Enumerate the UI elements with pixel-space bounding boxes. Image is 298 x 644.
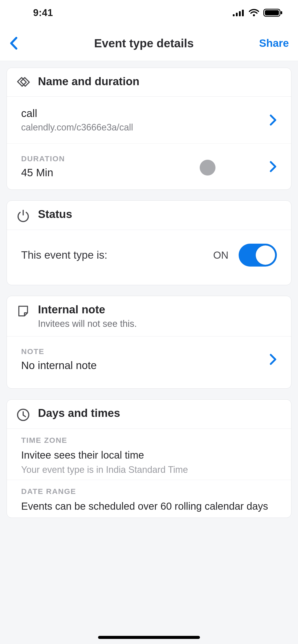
back-button[interactable] — [9, 36, 40, 50]
chevron-right-icon — [262, 114, 277, 126]
row-note[interactable]: NOTE No internal note — [7, 336, 291, 388]
svg-point-4 — [253, 14, 255, 16]
status-indicators — [233, 8, 283, 17]
note-value: No internal note — [21, 359, 262, 372]
row-duration[interactable]: DURATION 45 Min — [7, 143, 291, 189]
daterange-label: DATE RANGE — [21, 487, 277, 496]
daterange-value: Events can be scheduled over 60 rolling … — [21, 499, 277, 513]
timezone-value: Invitee sees their local time — [21, 448, 277, 462]
clock-icon — [16, 407, 30, 421]
duration-value: 45 Min — [21, 167, 262, 179]
svg-rect-1 — [236, 13, 238, 16]
row-timezone[interactable]: TIME ZONE Invitee sees their local time … — [7, 429, 291, 480]
svg-rect-2 — [239, 11, 241, 16]
navigation-bar: Event type details Share — [0, 25, 298, 61]
event-url: calendly.com/c3666e3a/call — [21, 122, 262, 133]
row-event-name[interactable]: call calendly.com/c3666e3a/call — [7, 97, 291, 143]
touch-indicator-dot — [200, 160, 215, 175]
svg-rect-7 — [281, 11, 282, 14]
card-title: Status — [38, 208, 72, 221]
page-title: Event type details — [40, 36, 248, 50]
row-status: This event type is: ON — [7, 230, 291, 285]
card-name-duration: Name and duration call calendly.com/c366… — [7, 68, 291, 190]
tag-icon — [16, 75, 30, 89]
battery-icon — [263, 8, 283, 17]
note-icon — [16, 303, 30, 317]
card-subtitle: Invitees will not see this. — [38, 318, 137, 329]
wifi-icon — [249, 9, 259, 17]
card-title: Name and duration — [38, 75, 140, 88]
duration-label: DURATION — [21, 154, 262, 163]
card-title: Internal note — [38, 303, 137, 316]
chevron-right-icon — [262, 353, 277, 365]
cellular-signal-icon — [233, 9, 245, 16]
chevron-right-icon — [262, 160, 277, 173]
status-bar: 9:41 — [0, 0, 298, 25]
row-daterange[interactable]: DATE RANGE Events can be scheduled over … — [7, 480, 291, 518]
status-label: This event type is: — [21, 249, 213, 261]
share-button[interactable]: Share — [248, 37, 289, 49]
status-time: 9:41 — [33, 7, 53, 18]
card-header-note: Internal note Invitees will not see this… — [7, 296, 291, 336]
card-header-name: Name and duration — [7, 68, 291, 97]
timezone-sub: Your event type is in India Standard Tim… — [21, 464, 277, 475]
svg-rect-3 — [242, 10, 244, 16]
status-toggle[interactable] — [239, 244, 277, 267]
note-label: NOTE — [21, 347, 262, 356]
card-header-status: Status — [7, 201, 291, 230]
event-name: call — [21, 107, 262, 120]
card-internal-note: Internal note Invitees will not see this… — [7, 296, 291, 389]
card-title: Days and times — [38, 407, 120, 419]
card-days-times: Days and times TIME ZONE Invitee sees th… — [7, 399, 291, 518]
power-icon — [16, 208, 30, 223]
timezone-label: TIME ZONE — [21, 436, 277, 445]
home-indicator[interactable] — [98, 636, 200, 639]
card-status: Status This event type is: ON — [7, 200, 291, 285]
svg-rect-6 — [265, 10, 279, 15]
status-state-text: ON — [213, 250, 228, 261]
card-header-days: Days and times — [7, 400, 291, 429]
svg-rect-0 — [233, 14, 235, 16]
content: Name and duration call calendly.com/c366… — [0, 61, 298, 524]
